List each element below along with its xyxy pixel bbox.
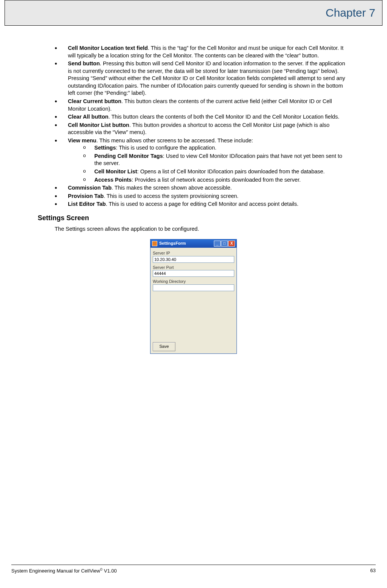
bullet-list: Cell Monitor Location text field. This i… bbox=[55, 45, 349, 208]
list-item: Access Points: Provides a list of networ… bbox=[83, 176, 349, 184]
list-item: Clear All button. This button clears the… bbox=[55, 113, 349, 121]
desc: . This button clears the contents of bot… bbox=[108, 114, 339, 120]
list-item: Cell Monitor List button. This button pr… bbox=[55, 122, 349, 136]
footer-manual-name: System Engineering Manual for CellView bbox=[11, 568, 100, 574]
sub-list: Settings: This is used to configure the … bbox=[83, 144, 349, 184]
list-item: Provision Tab. This is used to access th… bbox=[55, 193, 349, 200]
page-footer: System Engineering Manual for CellView© … bbox=[11, 565, 376, 574]
save-button[interactable]: Save bbox=[153, 342, 175, 351]
desc: . This is used to access the system prov… bbox=[104, 193, 239, 199]
term: List Editor Tab bbox=[68, 201, 106, 207]
desc: : Opens a list of Cell Monitor ID/locati… bbox=[137, 168, 325, 174]
term: Commission Tab bbox=[68, 185, 112, 191]
list-item: Pending Cell Monitor Tags: Used to view … bbox=[83, 153, 349, 167]
server-ip-input[interactable] bbox=[153, 256, 234, 263]
desc: . Pressing this button will send Cell Mo… bbox=[68, 60, 345, 96]
server-port-label: Server Port bbox=[153, 265, 234, 270]
term: Send button bbox=[68, 60, 100, 66]
page-content: Cell Monitor Location text field. This i… bbox=[38, 45, 349, 354]
list-item: View menu. This menu allows other screen… bbox=[55, 137, 349, 184]
server-ip-label: Server IP bbox=[153, 250, 234, 256]
window-titlebar[interactable]: SettingsForm _ □ X bbox=[150, 239, 236, 248]
term: Cell Monitor List button bbox=[68, 122, 129, 128]
section-heading: Settings Screen bbox=[38, 213, 349, 222]
server-port-input[interactable] bbox=[153, 270, 234, 277]
term: View menu bbox=[68, 137, 96, 144]
list-item: Clear Current button. This button clears… bbox=[55, 98, 349, 113]
footer-version: V1.00 bbox=[103, 568, 117, 574]
footer-left: System Engineering Manual for CellView© … bbox=[11, 567, 117, 574]
term: Access Points bbox=[94, 177, 132, 183]
settings-form-window: SettingsForm _ □ X Server IP Server Port… bbox=[150, 239, 237, 354]
window-icon bbox=[152, 241, 157, 246]
chapter-title: Chapter 7 bbox=[326, 5, 375, 21]
term: Cell Monitor Location text field bbox=[68, 45, 148, 51]
list-item: List Editor Tab. This is used to access … bbox=[55, 201, 349, 208]
desc: . This is used to access a page for edit… bbox=[106, 201, 298, 207]
page-number: 63 bbox=[370, 567, 376, 574]
close-button[interactable]: X bbox=[228, 241, 235, 247]
term: Clear Current button bbox=[68, 98, 121, 104]
minimize-button[interactable]: _ bbox=[214, 241, 221, 247]
term: Pending Cell Monitor Tags bbox=[94, 153, 163, 159]
maximize-button[interactable]: □ bbox=[221, 241, 228, 247]
term: Clear All button bbox=[68, 114, 108, 120]
window-title: SettingsForm bbox=[159, 241, 214, 246]
list-item: Cell Monitor Location text field. This i… bbox=[55, 45, 349, 59]
registered-mark: © bbox=[100, 568, 103, 571]
list-item: Cell Monitor List: Opens a list of Cell … bbox=[83, 168, 349, 176]
chapter-header: Chapter 7 bbox=[5, 0, 382, 26]
section-intro: The Settings screen allows the applicati… bbox=[55, 225, 349, 233]
list-item: Send button. Pressing this button will s… bbox=[55, 60, 349, 97]
desc: : This is used to configure the applicat… bbox=[116, 145, 217, 151]
list-item: Commission Tab. This makes the screen sh… bbox=[55, 184, 349, 192]
desc: : Provides a list of network access poin… bbox=[132, 177, 301, 183]
term: Cell Monitor List bbox=[94, 168, 137, 174]
desc: . This makes the screen shown above acce… bbox=[112, 185, 232, 191]
term: Settings bbox=[94, 145, 116, 151]
form-body: Server IP Server Port Working Directory … bbox=[150, 248, 236, 353]
list-item: Settings: This is used to configure the … bbox=[83, 144, 349, 152]
desc: . This menu allows other screens to be a… bbox=[96, 137, 253, 144]
working-dir-label: Working Directory bbox=[153, 279, 234, 284]
term: Provision Tab bbox=[68, 193, 104, 199]
working-dir-input[interactable] bbox=[153, 284, 234, 291]
